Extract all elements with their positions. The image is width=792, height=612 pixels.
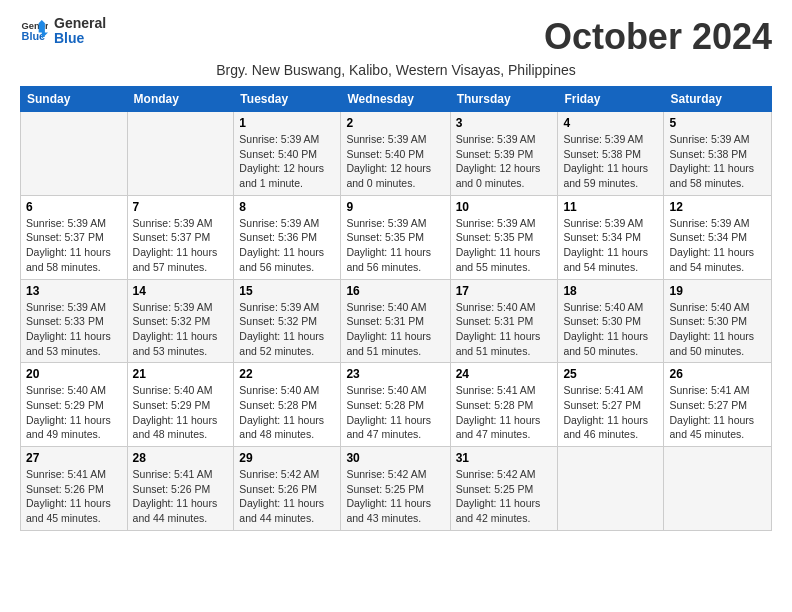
week-row-1: 6Sunrise: 5:39 AMSunset: 5:37 PMDaylight… bbox=[21, 195, 772, 279]
day-info: Sunrise: 5:40 AMSunset: 5:30 PMDaylight:… bbox=[669, 300, 766, 359]
calendar-cell: 29Sunrise: 5:42 AMSunset: 5:26 PMDayligh… bbox=[234, 447, 341, 531]
day-number: 13 bbox=[26, 284, 122, 298]
calendar-cell: 21Sunrise: 5:40 AMSunset: 5:29 PMDayligh… bbox=[127, 363, 234, 447]
header-tuesday: Tuesday bbox=[234, 87, 341, 112]
day-info: Sunrise: 5:39 AMSunset: 5:32 PMDaylight:… bbox=[239, 300, 335, 359]
calendar-header-row: SundayMondayTuesdayWednesdayThursdayFrid… bbox=[21, 87, 772, 112]
calendar-cell: 2Sunrise: 5:39 AMSunset: 5:40 PMDaylight… bbox=[341, 112, 450, 196]
day-number: 28 bbox=[133, 451, 229, 465]
calendar-cell: 27Sunrise: 5:41 AMSunset: 5:26 PMDayligh… bbox=[21, 447, 128, 531]
calendar-cell: 17Sunrise: 5:40 AMSunset: 5:31 PMDayligh… bbox=[450, 279, 558, 363]
calendar-cell: 9Sunrise: 5:39 AMSunset: 5:35 PMDaylight… bbox=[341, 195, 450, 279]
day-number: 24 bbox=[456, 367, 553, 381]
day-number: 29 bbox=[239, 451, 335, 465]
header-thursday: Thursday bbox=[450, 87, 558, 112]
week-row-2: 13Sunrise: 5:39 AMSunset: 5:33 PMDayligh… bbox=[21, 279, 772, 363]
calendar-cell bbox=[558, 447, 664, 531]
calendar-cell: 1Sunrise: 5:39 AMSunset: 5:40 PMDaylight… bbox=[234, 112, 341, 196]
day-number: 31 bbox=[456, 451, 553, 465]
calendar-cell: 16Sunrise: 5:40 AMSunset: 5:31 PMDayligh… bbox=[341, 279, 450, 363]
week-row-0: 1Sunrise: 5:39 AMSunset: 5:40 PMDaylight… bbox=[21, 112, 772, 196]
logo: General Blue General Blue bbox=[20, 16, 106, 47]
page-header: General Blue General Blue October 2024 bbox=[20, 16, 772, 58]
day-info: Sunrise: 5:39 AMSunset: 5:33 PMDaylight:… bbox=[26, 300, 122, 359]
day-number: 15 bbox=[239, 284, 335, 298]
calendar-cell: 6Sunrise: 5:39 AMSunset: 5:37 PMDaylight… bbox=[21, 195, 128, 279]
calendar-table: SundayMondayTuesdayWednesdayThursdayFrid… bbox=[20, 86, 772, 531]
month-title: October 2024 bbox=[544, 16, 772, 58]
day-number: 7 bbox=[133, 200, 229, 214]
logo-icon: General Blue bbox=[20, 17, 48, 45]
day-number: 6 bbox=[26, 200, 122, 214]
header-wednesday: Wednesday bbox=[341, 87, 450, 112]
day-info: Sunrise: 5:40 AMSunset: 5:29 PMDaylight:… bbox=[133, 383, 229, 442]
day-number: 2 bbox=[346, 116, 444, 130]
day-number: 3 bbox=[456, 116, 553, 130]
calendar-cell: 14Sunrise: 5:39 AMSunset: 5:32 PMDayligh… bbox=[127, 279, 234, 363]
calendar-cell: 11Sunrise: 5:39 AMSunset: 5:34 PMDayligh… bbox=[558, 195, 664, 279]
calendar-cell: 10Sunrise: 5:39 AMSunset: 5:35 PMDayligh… bbox=[450, 195, 558, 279]
day-number: 25 bbox=[563, 367, 658, 381]
header-friday: Friday bbox=[558, 87, 664, 112]
day-number: 27 bbox=[26, 451, 122, 465]
day-number: 23 bbox=[346, 367, 444, 381]
day-info: Sunrise: 5:42 AMSunset: 5:26 PMDaylight:… bbox=[239, 467, 335, 526]
calendar-cell: 28Sunrise: 5:41 AMSunset: 5:26 PMDayligh… bbox=[127, 447, 234, 531]
day-number: 20 bbox=[26, 367, 122, 381]
day-info: Sunrise: 5:39 AMSunset: 5:32 PMDaylight:… bbox=[133, 300, 229, 359]
calendar-cell: 13Sunrise: 5:39 AMSunset: 5:33 PMDayligh… bbox=[21, 279, 128, 363]
day-number: 30 bbox=[346, 451, 444, 465]
day-info: Sunrise: 5:40 AMSunset: 5:28 PMDaylight:… bbox=[239, 383, 335, 442]
day-number: 10 bbox=[456, 200, 553, 214]
day-info: Sunrise: 5:41 AMSunset: 5:28 PMDaylight:… bbox=[456, 383, 553, 442]
calendar-cell: 22Sunrise: 5:40 AMSunset: 5:28 PMDayligh… bbox=[234, 363, 341, 447]
day-info: Sunrise: 5:40 AMSunset: 5:31 PMDaylight:… bbox=[346, 300, 444, 359]
day-info: Sunrise: 5:39 AMSunset: 5:37 PMDaylight:… bbox=[133, 216, 229, 275]
calendar-cell: 20Sunrise: 5:40 AMSunset: 5:29 PMDayligh… bbox=[21, 363, 128, 447]
day-info: Sunrise: 5:39 AMSunset: 5:34 PMDaylight:… bbox=[669, 216, 766, 275]
day-info: Sunrise: 5:39 AMSunset: 5:35 PMDaylight:… bbox=[346, 216, 444, 275]
day-info: Sunrise: 5:39 AMSunset: 5:38 PMDaylight:… bbox=[563, 132, 658, 191]
day-info: Sunrise: 5:42 AMSunset: 5:25 PMDaylight:… bbox=[456, 467, 553, 526]
calendar-cell: 7Sunrise: 5:39 AMSunset: 5:37 PMDaylight… bbox=[127, 195, 234, 279]
day-number: 14 bbox=[133, 284, 229, 298]
day-number: 18 bbox=[563, 284, 658, 298]
day-number: 9 bbox=[346, 200, 444, 214]
day-number: 19 bbox=[669, 284, 766, 298]
header-sunday: Sunday bbox=[21, 87, 128, 112]
day-info: Sunrise: 5:41 AMSunset: 5:26 PMDaylight:… bbox=[133, 467, 229, 526]
day-info: Sunrise: 5:39 AMSunset: 5:40 PMDaylight:… bbox=[346, 132, 444, 191]
day-number: 1 bbox=[239, 116, 335, 130]
header-monday: Monday bbox=[127, 87, 234, 112]
calendar-cell bbox=[664, 447, 772, 531]
day-number: 26 bbox=[669, 367, 766, 381]
calendar-cell: 12Sunrise: 5:39 AMSunset: 5:34 PMDayligh… bbox=[664, 195, 772, 279]
day-info: Sunrise: 5:40 AMSunset: 5:29 PMDaylight:… bbox=[26, 383, 122, 442]
day-number: 21 bbox=[133, 367, 229, 381]
day-info: Sunrise: 5:39 AMSunset: 5:35 PMDaylight:… bbox=[456, 216, 553, 275]
calendar-cell: 15Sunrise: 5:39 AMSunset: 5:32 PMDayligh… bbox=[234, 279, 341, 363]
day-info: Sunrise: 5:39 AMSunset: 5:36 PMDaylight:… bbox=[239, 216, 335, 275]
calendar-cell: 3Sunrise: 5:39 AMSunset: 5:39 PMDaylight… bbox=[450, 112, 558, 196]
day-info: Sunrise: 5:41 AMSunset: 5:27 PMDaylight:… bbox=[669, 383, 766, 442]
day-info: Sunrise: 5:40 AMSunset: 5:28 PMDaylight:… bbox=[346, 383, 444, 442]
calendar-cell: 4Sunrise: 5:39 AMSunset: 5:38 PMDaylight… bbox=[558, 112, 664, 196]
calendar-cell bbox=[21, 112, 128, 196]
calendar-cell: 25Sunrise: 5:41 AMSunset: 5:27 PMDayligh… bbox=[558, 363, 664, 447]
day-number: 12 bbox=[669, 200, 766, 214]
day-number: 5 bbox=[669, 116, 766, 130]
day-number: 22 bbox=[239, 367, 335, 381]
calendar-cell: 23Sunrise: 5:40 AMSunset: 5:28 PMDayligh… bbox=[341, 363, 450, 447]
day-info: Sunrise: 5:39 AMSunset: 5:39 PMDaylight:… bbox=[456, 132, 553, 191]
day-info: Sunrise: 5:40 AMSunset: 5:31 PMDaylight:… bbox=[456, 300, 553, 359]
calendar-cell: 18Sunrise: 5:40 AMSunset: 5:30 PMDayligh… bbox=[558, 279, 664, 363]
day-number: 17 bbox=[456, 284, 553, 298]
calendar-cell: 24Sunrise: 5:41 AMSunset: 5:28 PMDayligh… bbox=[450, 363, 558, 447]
calendar-cell: 30Sunrise: 5:42 AMSunset: 5:25 PMDayligh… bbox=[341, 447, 450, 531]
day-info: Sunrise: 5:41 AMSunset: 5:26 PMDaylight:… bbox=[26, 467, 122, 526]
day-number: 8 bbox=[239, 200, 335, 214]
logo-blue: Blue bbox=[54, 31, 106, 46]
calendar-cell: 26Sunrise: 5:41 AMSunset: 5:27 PMDayligh… bbox=[664, 363, 772, 447]
day-info: Sunrise: 5:39 AMSunset: 5:37 PMDaylight:… bbox=[26, 216, 122, 275]
day-info: Sunrise: 5:40 AMSunset: 5:30 PMDaylight:… bbox=[563, 300, 658, 359]
